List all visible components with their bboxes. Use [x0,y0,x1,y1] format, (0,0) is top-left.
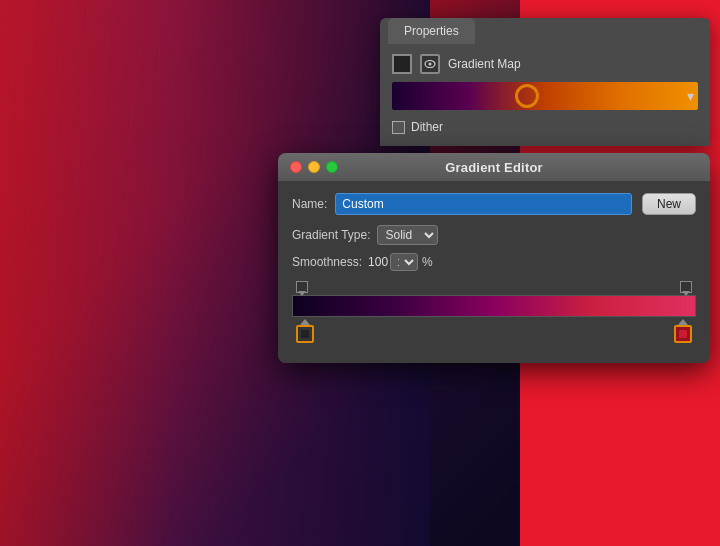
name-label: Name: [292,197,327,211]
properties-body: Gradient Map ▾ Dither [380,44,710,146]
name-input[interactable] [335,193,632,215]
color-stop-left-container [296,319,314,343]
properties-panel: Properties Gradient Map ▾ Dither [380,18,710,146]
smoothness-value: 100 [368,255,388,269]
gradient-strip-area [292,281,696,343]
svg-point-1 [429,63,432,66]
minimize-button[interactable] [308,161,320,173]
zoom-button[interactable] [326,161,338,173]
smoothness-dropdown[interactable]: 100 75 50 25 [390,253,418,271]
dither-checkbox[interactable] [392,121,405,134]
color-stop-right[interactable] [674,325,692,343]
gradient-bar[interactable]: ▾ [392,82,698,110]
gradient-type-label: Gradient Type: [292,228,371,242]
editor-body: Name: New Gradient Type: Solid Noise Smo… [278,181,710,363]
gradient-map-label: Gradient Map [448,57,521,71]
editor-titlebar: Gradient Editor [278,153,710,181]
color-stop-left-color [301,330,309,338]
name-row: Name: New [292,193,696,215]
new-button[interactable]: New [642,193,696,215]
close-button[interactable] [290,161,302,173]
dither-row: Dither [392,116,698,136]
gradient-type-row: Gradient Type: Solid Noise [292,225,696,245]
opacity-stops-row [292,281,696,293]
properties-tab-label: Properties [404,24,459,38]
traffic-lights [290,161,338,173]
color-stops-row [292,317,696,343]
gradient-map-thumbnail [392,54,412,74]
gradient-map-row: Gradient Map [392,54,698,74]
color-stop-right-color [679,330,687,338]
color-stop-right-container [674,319,692,343]
smoothness-unit: % [422,255,433,269]
gradient-bar-handle[interactable] [515,84,539,108]
opacity-stop-left[interactable] [296,281,308,293]
properties-tab[interactable]: Properties [388,18,475,44]
gradient-editor: Gradient Editor Name: New Gradient Type:… [278,153,710,363]
opacity-stop-right[interactable] [680,281,692,293]
gradient-type-select[interactable]: Solid Noise [377,225,438,245]
eye-icon[interactable] [420,54,440,74]
gradient-bar-dropdown-icon[interactable]: ▾ [687,88,694,104]
smoothness-row: Smoothness: 100 100 75 50 25 % [292,253,696,271]
editor-title: Gradient Editor [445,160,543,175]
dither-label: Dither [411,120,443,134]
smoothness-label: Smoothness: [292,255,362,269]
color-stop-left[interactable] [296,325,314,343]
gradient-strip[interactable] [292,295,696,317]
